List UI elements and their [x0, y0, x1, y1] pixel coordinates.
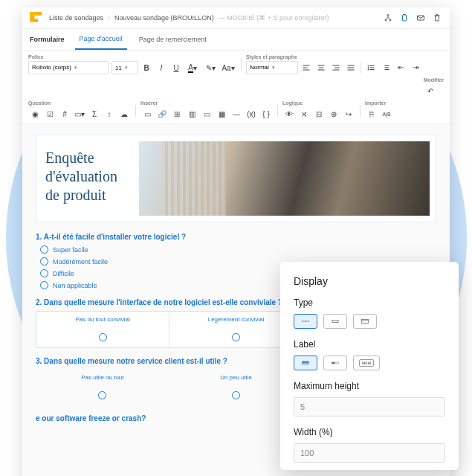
chevron-down-icon: ▾ [272, 65, 275, 71]
svg-point-0 [387, 15, 389, 16]
svg-point-8 [368, 69, 369, 70]
import-copy-button[interactable]: ⎘ [365, 107, 378, 120]
logic-skip-button[interactable]: ↪ [342, 107, 355, 120]
insert-code-button[interactable]: { } [259, 107, 273, 120]
type-option-window[interactable] [353, 314, 377, 329]
label-option-above[interactable] [294, 356, 317, 370]
radio-question-button[interactable]: ◉ [28, 107, 42, 120]
align-right-button[interactable] [329, 61, 343, 74]
svg-rect-3 [403, 15, 407, 21]
upload-question-button[interactable]: ☁ [117, 107, 131, 120]
display-panel: Display Type Label label Maximum height … [280, 262, 459, 470]
align-justify-button[interactable] [344, 61, 358, 74]
dropdown-question-button[interactable]: ▭▾ [73, 107, 86, 120]
radio-icon[interactable] [40, 269, 48, 277]
delete-icon[interactable] [432, 13, 442, 23]
breadcrumb: Liste de sondages › Nouveau sondage (BRO… [49, 14, 383, 22]
indent-button[interactable]: ⇥ [409, 61, 422, 74]
highlight-button[interactable]: ✎▾ [202, 61, 219, 74]
math-question-button[interactable]: Σ [88, 107, 101, 120]
radio-icon[interactable] [232, 391, 240, 399]
logic-shuffle-button[interactable]: ⤨ [297, 107, 311, 120]
underline-button[interactable]: U [169, 61, 183, 74]
logic-show-button[interactable]: 👁 [282, 107, 296, 120]
insert-hr-button[interactable]: — [230, 107, 243, 120]
checkbox-question-button[interactable]: ☑ [43, 107, 56, 120]
rating-question-button[interactable]: ↕ [103, 107, 116, 120]
paragraph-style-select[interactable]: Normal▾ [246, 61, 298, 74]
font-size-select[interactable]: 11▾ [111, 61, 138, 74]
list-number-button[interactable] [379, 61, 392, 74]
insert-section-button[interactable]: ⊞ [170, 107, 184, 120]
svg-point-7 [368, 67, 369, 68]
font-select[interactable]: Roboto (corps)▾ [28, 61, 109, 74]
align-left-button[interactable] [300, 61, 313, 74]
topbar: Liste de sondages › Nouveau sondage (BRO… [22, 7, 450, 29]
svg-rect-17 [335, 362, 339, 364]
insert-group-label: Insérer [140, 100, 273, 106]
label-option-text[interactable]: label [353, 356, 380, 370]
type-option-box[interactable] [323, 314, 347, 329]
font-group-label: Police [28, 54, 109, 60]
topbar-actions [383, 13, 442, 23]
logic-branch-button[interactable]: ⊕ [327, 107, 340, 120]
label-label: Label [294, 339, 445, 350]
insert-columns-button[interactable]: ▥ [185, 107, 198, 120]
tab-thanks[interactable]: Page de remerciement [135, 30, 211, 49]
italic-button[interactable]: I [155, 61, 168, 74]
tab-home[interactable]: Page d'accueil [75, 29, 127, 50]
form-title[interactable]: Enquête d'évaluation de produit [42, 141, 132, 216]
header-image[interactable] [139, 141, 430, 216]
align-center-button[interactable] [314, 61, 328, 74]
svg-rect-15 [303, 364, 309, 365]
logic-group-label: Logique [282, 100, 355, 106]
chevron-down-icon: ▾ [74, 65, 77, 71]
outdent-button[interactable]: ⇤ [394, 61, 407, 74]
insert-table-button[interactable]: ▦ [215, 107, 228, 120]
radio-icon[interactable] [232, 333, 240, 341]
scale-header: Pas du tout convivial [36, 312, 169, 327]
undo-button[interactable]: ↶ [424, 84, 437, 97]
svg-point-11 [308, 321, 309, 322]
option[interactable]: Super facile [40, 245, 436, 254]
radio-icon[interactable] [40, 257, 48, 266]
svg-point-2 [389, 19, 391, 21]
svg-point-1 [385, 19, 387, 21]
breadcrumb-list[interactable]: Liste de sondages [49, 14, 103, 22]
import-var-button[interactable]: A|B [380, 107, 393, 120]
radio-icon[interactable] [40, 245, 48, 254]
chevron-down-icon: ▾ [125, 65, 128, 71]
clipboard-icon[interactable] [399, 13, 410, 23]
svg-rect-13 [362, 320, 369, 324]
type-options [294, 314, 445, 329]
page-tabs: Formulaire Page d'accueil Page de remerc… [22, 29, 450, 51]
mail-icon[interactable] [416, 13, 426, 23]
insert-link-button[interactable]: 🔗 [155, 107, 169, 120]
grid-question-button[interactable]: # [58, 107, 71, 120]
bold-button[interactable]: B [140, 61, 153, 74]
breadcrumb-current[interactable]: Nouveau sondage (BROUILLON) [114, 14, 214, 22]
chevron-right-icon: › [108, 14, 110, 22]
insert-image-button[interactable]: ▭ [200, 107, 213, 120]
radio-icon[interactable] [98, 391, 106, 399]
width-input[interactable] [294, 443, 445, 463]
tree-icon[interactable] [383, 13, 393, 23]
scale-header: Pas utile du tout [36, 370, 169, 385]
text-color-button[interactable]: A▾ [184, 61, 201, 74]
svg-point-9 [302, 321, 303, 322]
label-option-inline[interactable] [323, 356, 347, 370]
panel-title: Display [294, 275, 445, 287]
question-title[interactable]: 1. A-t-il été facile d'installer votre l… [36, 233, 436, 241]
radio-icon[interactable] [40, 281, 48, 289]
maxheight-input[interactable] [294, 397, 445, 416]
insert-text-button[interactable]: ▭ [140, 107, 154, 120]
label-options: label [294, 356, 445, 370]
radio-icon[interactable] [99, 333, 107, 341]
list-bullet-button[interactable] [364, 61, 378, 74]
case-button[interactable]: Aa▾ [220, 61, 236, 74]
insert-var-button[interactable]: (x) [245, 107, 258, 120]
section-label: Formulaire [30, 36, 65, 43]
type-option-connected[interactable] [294, 314, 317, 329]
logic-field-button[interactable]: ⊟ [312, 107, 326, 120]
form-header[interactable]: Enquête d'évaluation de produit [36, 135, 436, 222]
